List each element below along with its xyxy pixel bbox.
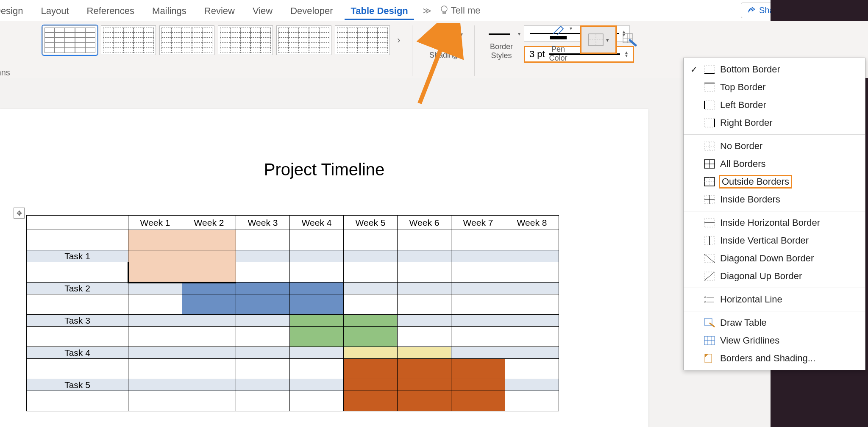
tab-review[interactable]: Review (198, 1, 241, 20)
row-task5-label[interactable]: Task 5 (27, 379, 128, 391)
table-row[interactable] (27, 359, 559, 379)
tell-me-search[interactable]: Tell me (440, 5, 481, 16)
table-row[interactable]: Task 1 (27, 250, 559, 262)
menu-item-diagonal-down[interactable]: Diagonal Down Border (684, 250, 865, 267)
table-styles-gallery[interactable]: › (42, 25, 404, 55)
header-week5[interactable]: Week 5 (344, 216, 398, 230)
borders-shading-icon (704, 354, 715, 363)
table-row[interactable] (27, 327, 559, 347)
menu-label: Bottom Border (720, 64, 780, 75)
border-painter-button[interactable] (620, 25, 641, 54)
svg-text:A: A (704, 295, 707, 299)
tab-developer[interactable]: Developer (284, 1, 339, 20)
inside-horizontal-icon (704, 218, 715, 227)
spinner-down-icon[interactable]: ▼ (624, 54, 629, 58)
menu-item-inside-borders[interactable]: Inside Borders (684, 191, 865, 208)
border-painter-icon (622, 33, 638, 47)
table-row[interactable]: Task 5 (27, 379, 559, 391)
menu-item-no-border[interactable]: No Border (684, 137, 865, 155)
border-style-preview[interactable] (482, 28, 516, 40)
header-week6[interactable]: Week 6 (398, 216, 451, 230)
row-task1-label[interactable]: Task 1 (27, 250, 128, 262)
table-row[interactable]: Task 2 (27, 283, 559, 294)
view-gridlines-icon (704, 336, 715, 345)
menu-label: Horizontal Line (720, 294, 782, 305)
menu-label: No Border (720, 141, 762, 152)
table-row[interactable] (27, 391, 559, 411)
menu-item-borders-and-shading[interactable]: Borders and Shading... (684, 349, 865, 367)
tab-view[interactable]: View (247, 1, 278, 20)
menu-item-view-gridlines[interactable]: View Gridlines (684, 332, 865, 349)
table-row[interactable]: Task 3 (27, 315, 559, 327)
header-empty[interactable] (27, 216, 128, 230)
header-week3[interactable]: Week 3 (236, 216, 290, 230)
menu-label: Top Border (720, 82, 766, 93)
diagonal-down-icon (704, 254, 715, 263)
table-style-2[interactable] (101, 25, 156, 55)
table-style-4[interactable] (218, 25, 273, 55)
menu-label: Inside Vertical Border (720, 235, 809, 246)
tab-design[interactable]: Design (0, 1, 29, 20)
menu-separator (684, 211, 865, 211)
header-week4[interactable]: Week 4 (290, 216, 344, 230)
menu-item-draw-table[interactable]: Draw Table (684, 314, 865, 332)
menu-label: Left Border (720, 100, 766, 111)
pen-color-button[interactable] (547, 25, 569, 42)
draw-table-icon (704, 318, 715, 327)
menu-item-horizontal-line[interactable]: AAHorizontal Line (684, 291, 865, 308)
table-move-handle[interactable]: ✥ (14, 208, 25, 219)
svg-line-35 (704, 254, 715, 263)
tab-mailings[interactable]: Mailings (146, 1, 192, 20)
pen-color-label: Pen Color (549, 45, 567, 63)
table-style-3[interactable] (159, 25, 214, 55)
row-task4-label[interactable]: Task 4 (27, 347, 128, 359)
menu-label: Diagonal Down Border (720, 253, 814, 264)
header-week8[interactable]: Week 8 (505, 216, 559, 230)
shading-button[interactable]: ▾ (431, 25, 456, 49)
svg-rect-12 (704, 83, 715, 92)
table-row[interactable] (27, 262, 559, 283)
menu-item-top-border[interactable]: Top Border (684, 78, 865, 96)
pen-color-group: ▾ Pen Color (539, 25, 577, 63)
header-week1[interactable]: Week 1 (128, 216, 182, 230)
no-border-icon (704, 141, 715, 151)
gallery-more-arrow[interactable]: › (393, 25, 404, 55)
inside-vertical-icon (704, 236, 715, 245)
dropdown-caret-icon[interactable]: ▾ (460, 31, 463, 37)
project-timeline-table[interactable]: Week 1 Week 2 Week 3 Week 4 Week 5 Week … (26, 215, 559, 411)
menu-label: Borders and Shading... (720, 353, 815, 364)
right-border-icon (704, 118, 715, 128)
menu-item-diagonal-up[interactable]: Diagonal Up Border (684, 267, 865, 285)
tab-layout[interactable]: Layout (35, 1, 75, 20)
menu-item-right-border[interactable]: Right Border (684, 114, 865, 132)
table-style-5[interactable] (276, 25, 331, 55)
dropdown-caret-icon[interactable]: ▾ (518, 31, 520, 37)
tab-table-design[interactable]: Table Design (345, 1, 414, 20)
header-week7[interactable]: Week 7 (451, 216, 505, 230)
dropdown-caret-icon[interactable]: ▾ (570, 25, 572, 31)
menu-item-inside-horizontal[interactable]: Inside Horizontal Border (684, 214, 865, 232)
menu-item-all-borders[interactable]: All Borders (684, 155, 865, 173)
tab-references[interactable]: References (81, 1, 141, 20)
group-separator (474, 25, 475, 76)
diagonal-up-icon (704, 272, 715, 281)
table-style-1[interactable] (42, 25, 97, 55)
menu-item-left-border[interactable]: Left Border (684, 96, 865, 114)
menu-item-outside-borders[interactable]: Outside Borders (684, 173, 865, 191)
dropdown-caret-icon[interactable]: ▾ (606, 37, 609, 43)
menu-item-inside-vertical[interactable]: Inside Vertical Border (684, 232, 865, 250)
menu-label: Outside Borders (720, 176, 791, 187)
table-style-6[interactable] (335, 25, 390, 55)
paint-bucket-icon (437, 25, 450, 36)
table-row[interactable] (27, 294, 559, 315)
header-week2[interactable]: Week 2 (182, 216, 236, 230)
row-task2-label[interactable]: Task 2 (27, 283, 128, 294)
horizontal-line-icon: AA (704, 295, 715, 304)
table-row[interactable] (27, 230, 559, 250)
menu-item-bottom-border[interactable]: ✓Bottom Border (684, 61, 865, 78)
row-task3-label[interactable]: Task 3 (27, 315, 128, 327)
tabs-overflow[interactable]: ≫ (420, 6, 434, 16)
borders-split-button[interactable]: ▾ (580, 25, 617, 54)
table-row[interactable]: Task 4 (27, 347, 559, 359)
menu-label: Right Border (720, 117, 773, 128)
